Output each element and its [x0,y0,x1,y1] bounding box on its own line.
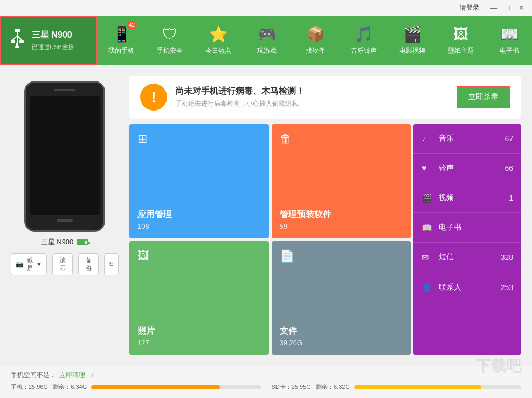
nav-item-ebook[interactable]: 📖 电子书 [485,16,532,65]
phone-speaker [54,89,75,91]
phone-storage: 手机：25.96G 剩余：6.34G [11,383,261,391]
tile-photos[interactable]: 🖼 照片 127 [129,241,269,355]
ringtone-tile-icon: ♥ [422,163,434,173]
tile-files[interactable]: 📄 文件 39.26G [272,241,411,355]
software-icon: 📦 [306,25,325,43]
video-tile-icon: 🎬 [422,193,434,203]
screenshot-button[interactable]: 📷 截屏 ▼ [11,253,47,275]
backup-label: 备份 [83,256,94,272]
wallpaper-icon: 🖼 [453,25,468,43]
video-tile-count: 1 [509,194,513,202]
battery-fill [78,241,85,244]
minimize-button[interactable]: — [487,3,500,13]
warning-icon: ! [140,84,167,111]
backup-button[interactable]: 备份 [78,253,99,275]
games-label: 玩游戏 [257,46,277,56]
contacts-tile-label: 联系人 [439,283,501,292]
ebook-tile-icon: 📖 [422,223,434,233]
photos-tile-icon: 🖼 [137,249,149,263]
my-phone-label: 我的手机 [108,46,134,56]
files-tile-title: 文件 [280,326,403,337]
screenshot-icon: 📷 [16,260,24,268]
apps-tile-title: 应用管理 [137,209,261,221]
device-info: 三星 N900 已通过USB连接 [32,30,74,51]
right-tile-ringtone[interactable]: ♥ 铃声 66 [413,154,521,183]
preinstall-tile-count: 59 [280,222,403,230]
tile-apps[interactable]: ⊞ 应用管理 108 [129,124,269,238]
right-tile-sms[interactable]: ✉ 短信 328 [413,243,521,272]
nav-item-video[interactable]: 🎬 电影视频 [388,16,437,65]
sms-tile-count: 328 [501,253,513,262]
storage-bar-section: 手机空间不足， 立即清理 × 手机：25.96G 剩余：6.34G SD卡：25… [0,366,532,398]
device-tab[interactable]: 三星 N900 已通过USB连接 [0,16,97,65]
nav-item-security[interactable]: 🛡 手机安全 [146,16,194,65]
music-label: 音乐铃声 [351,46,377,56]
right-tile-video[interactable]: 🎬 视频 1 [413,183,521,213]
svg-rect-4 [11,40,15,43]
svg-line-3 [18,36,22,40]
phone-storage-label: 手机：25.96G 剩余：6.34G [11,383,87,391]
nav-item-my-phone[interactable]: 42 📱 我的手机 [97,16,146,65]
login-label[interactable]: 请登录 [460,3,479,12]
warning-exclamation: ! [151,89,156,106]
software-label: 找软件 [306,46,325,56]
files-tile-icon: 📄 [280,249,294,263]
scan-button[interactable]: 立即杀毒 [457,86,510,108]
warning-title: 尚未对手机进行病毒、木马检测！ [175,86,448,97]
refresh-button[interactable]: ↻ [104,253,119,275]
apps-tile-icon: ⊞ [137,132,147,146]
video-icon: 🎬 [403,25,422,43]
phone-screen [30,96,100,215]
phone-image [24,81,105,232]
right-tile-ebook[interactable]: 📖 电子书 [413,213,521,243]
device-name: 三星 N900 [32,30,74,41]
demo-button[interactable]: 演示 [52,253,73,275]
svg-rect-7 [15,46,19,48]
music-tile-icon: ♪ [422,134,434,143]
nav-item-wallpaper[interactable]: 🖼 壁纸主题 [437,16,485,65]
titlebar-controls: 请登录 — □ ✕ [460,3,528,13]
nav-item-games[interactable]: 🎮 玩游戏 [243,16,291,65]
nav-item-music[interactable]: 🎵 音乐铃声 [340,16,388,65]
phone-actions: 📷 截屏 ▼ 演示 备份 ↻ [11,253,119,275]
battery-icon [77,239,88,245]
svg-rect-5 [19,40,24,43]
security-icon: 🛡 [162,25,177,43]
apps-tile-count: 108 [137,222,261,230]
security-label: 手机安全 [157,46,183,56]
storage-bar: 手机空间不足， 立即清理 × 手机：25.96G 剩余：6.34G SD卡：25… [11,366,521,395]
storage-warning-text: 手机空间不足， [11,370,56,380]
right-tile-music[interactable]: ♪ 音乐 67 [413,124,521,154]
svg-rect-6 [16,43,18,46]
clear-link[interactable]: 立即清理 [59,370,85,380]
maximize-button[interactable]: □ [502,3,513,13]
contacts-tile-icon: 👤 [422,282,434,292]
svg-rect-1 [17,32,18,43]
close-button[interactable]: ✕ [515,3,528,13]
tiles-left: ⊞ 应用管理 108 🗑 管理预装软件 59 🖼 照片 127 [129,124,411,355]
refresh-icon: ↻ [109,261,114,268]
storage-warning: 手机空间不足， 立即清理 × [11,370,521,380]
close-storage-button[interactable]: × [91,372,94,379]
right-tile-contacts[interactable]: 👤 联系人 253 [413,272,521,302]
tiles-top-row: ⊞ 应用管理 108 🗑 管理预装软件 59 [129,124,411,238]
contacts-tile-count: 253 [501,283,513,292]
screenshot-label: 截屏 [25,256,34,272]
tile-preinstall[interactable]: 🗑 管理预装软件 59 [272,124,411,238]
phone-home-button [57,219,73,222]
demo-label: 演示 [57,256,68,272]
tiles-grid: ⊞ 应用管理 108 🗑 管理预装软件 59 🖼 照片 127 [129,124,521,355]
sms-tile-label: 短信 [439,252,501,262]
games-icon: 🎮 [258,25,277,43]
left-panel: 三星 N900 📷 截屏 ▼ 演示 备份 ↻ [11,76,119,355]
usb-icon [9,28,25,53]
nav-item-software[interactable]: 📦 找软件 [291,16,340,65]
video-label: 电影视频 [399,46,425,56]
nav-item-hotspot[interactable]: ⭐ 今日热点 [194,16,243,65]
main-content: 三星 N900 📷 截屏 ▼ 演示 备份 ↻ [0,65,532,366]
hotspot-label: 今日热点 [205,46,231,56]
preinstall-tile-title: 管理预装软件 [280,209,403,221]
nav-badge-my-phone: 42 [127,22,137,29]
music-icon: 🎵 [355,25,374,43]
photos-tile-title: 照片 [137,326,261,337]
